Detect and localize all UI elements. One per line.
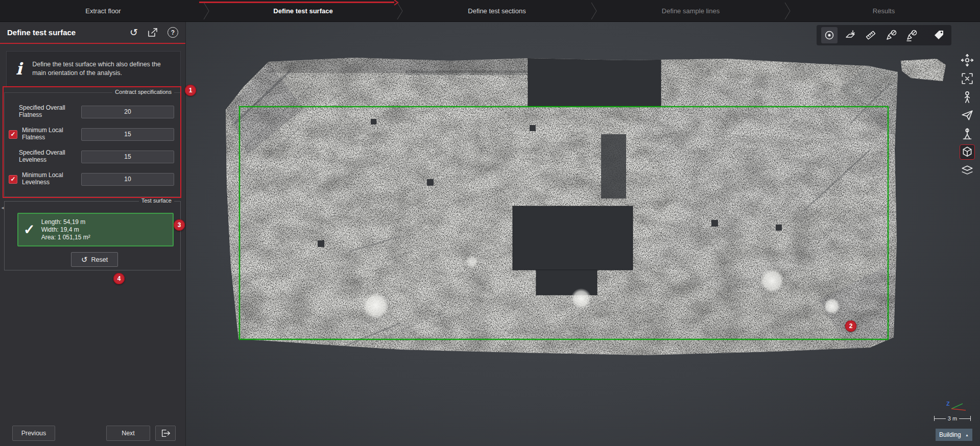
minimum-local-levelness-checkbox[interactable]: ✓ <box>9 175 17 184</box>
move-view-button[interactable] <box>960 53 975 68</box>
measure-ruler-button[interactable] <box>863 28 878 43</box>
specified-overall-levelness-input[interactable] <box>81 151 174 163</box>
tab-separator-chevron-icon <box>783 0 792 22</box>
levelness-annotate-button[interactable] <box>904 28 919 43</box>
tab-separator-chevron-icon <box>396 0 404 22</box>
annotation-badge-2: 2 <box>845 320 856 332</box>
spec-row-local-levelness: ✓ Minimum Local Levelness <box>5 171 180 187</box>
plumb-icon <box>961 127 974 140</box>
history-icon[interactable]: ↺ <box>130 28 138 37</box>
spec-row-local-flatness: ✓ Minimum Local Flatness <box>5 127 180 142</box>
tab-separator-chevron-icon <box>590 0 598 22</box>
cube-view-icon <box>961 145 974 159</box>
test-surface-group: Test surface ✓ Length: 54,19 m Width: 19… <box>4 201 181 270</box>
field-label: Minimum Local Levelness <box>22 172 68 186</box>
minimum-local-flatness-input[interactable] <box>81 128 174 141</box>
scale-bar: 3 m <box>934 415 971 422</box>
field-label: Specified Overall Levelness <box>19 150 75 164</box>
scale-line <box>959 418 970 419</box>
walkthrough-view-button[interactable] <box>960 89 975 105</box>
tab-extract-floor[interactable]: Extract floor <box>0 0 206 22</box>
reset-label: Reset <box>91 256 108 263</box>
center-view-icon <box>823 29 835 41</box>
story-section-icon <box>961 164 974 177</box>
levelness-pen-icon <box>905 29 918 41</box>
checkbox-check-icon: ✓ <box>10 131 15 137</box>
pick-surface-icon <box>844 29 856 41</box>
minimum-local-levelness-input[interactable] <box>81 173 174 186</box>
previous-button[interactable]: Previous <box>12 426 55 441</box>
group-legend: Test surface <box>139 197 174 204</box>
define-test-surface-panel: Define test surface ↺ ? i Define the tes… <box>0 22 186 446</box>
scale-line <box>935 418 946 419</box>
reset-icon: ↺ <box>81 256 88 263</box>
flatness-pen-icon <box>885 29 897 41</box>
orbit-move-icon <box>961 54 974 67</box>
help-icon[interactable]: ? <box>168 27 178 38</box>
tab-label: Results <box>873 7 895 15</box>
minimum-local-flatness-checkbox[interactable]: ✓ <box>9 130 17 139</box>
fit-view-button[interactable] <box>960 71 975 86</box>
walkthrough-person-icon <box>961 90 974 104</box>
workflow-steps-bar: Extract floor Define test surface Define… <box>0 0 980 22</box>
panel-collapse-icon[interactable]: ◄ <box>1 204 6 212</box>
pick-surface-button[interactable] <box>843 28 858 43</box>
contract-specifications-group: Contract specifications Specified Overal… <box>4 92 181 197</box>
flatness-annotate-button[interactable] <box>883 28 899 43</box>
tab-define-test-sections[interactable]: Define test sections <box>400 0 594 22</box>
building-selector[interactable]: Building ▲ <box>936 429 972 441</box>
annotation-badge-1: 1 <box>185 85 196 96</box>
open-external-icon[interactable] <box>147 28 158 38</box>
scale-tick <box>970 416 971 421</box>
test-surface-area: Area: 1 051,15 m² <box>41 234 90 241</box>
scale-label: 3 m <box>946 415 959 422</box>
annotation-badge-4: 4 <box>113 273 125 284</box>
tag-button[interactable] <box>931 28 947 43</box>
test-surface-width: Width: 19,4 m <box>41 226 90 234</box>
annotation-badge-3: 3 <box>174 219 185 231</box>
center-view-button[interactable] <box>821 27 838 43</box>
plumb-view-button[interactable] <box>960 126 975 141</box>
fly-view-button[interactable] <box>960 108 975 123</box>
spec-row-overall-flatness: Specified Overall Flatness <box>5 104 180 119</box>
info-text: Define the test surface which also defin… <box>32 60 170 78</box>
tab-results[interactable]: Results <box>787 0 980 22</box>
fly-plane-icon <box>961 109 974 122</box>
next-button[interactable]: Next <box>106 426 150 441</box>
active-step-progress-line <box>199 2 394 3</box>
field-label: Specified Overall Flatness <box>19 105 75 119</box>
field-label: Minimum Local Flatness <box>22 127 68 141</box>
exit-icon <box>160 428 171 438</box>
story-section-button[interactable] <box>960 163 975 178</box>
viewport: Z 3 m Building ▲ <box>186 22 980 446</box>
tag-icon <box>933 29 945 41</box>
export-exit-button[interactable] <box>155 426 176 441</box>
tab-define-test-surface[interactable]: Define test surface <box>206 0 400 22</box>
axis-indicator: Z <box>945 399 968 414</box>
panel-title: Define test surface <box>7 28 76 37</box>
caret-up-icon: ▲ <box>965 433 969 437</box>
reset-button[interactable]: ↺ Reset <box>71 252 118 267</box>
building-label: Building <box>939 431 961 438</box>
cube-view-button[interactable] <box>960 144 975 160</box>
spec-row-overall-levelness: Specified Overall Levelness <box>5 149 180 164</box>
tab-label: Extract floor <box>85 7 121 15</box>
tab-define-sample-lines[interactable]: Define sample lines <box>594 0 787 22</box>
point-cloud-floor <box>206 50 952 361</box>
specified-overall-flatness-input[interactable] <box>81 106 174 118</box>
tab-separator-chevron-icon <box>202 0 210 22</box>
point-cloud-view[interactable] <box>186 22 980 446</box>
panel-footer: Previous Next <box>0 426 185 441</box>
fit-view-icon <box>961 72 974 85</box>
test-surface-length: Length: 54,19 m <box>41 218 90 226</box>
viewport-toolbar <box>817 25 951 45</box>
panel-header: Define test surface ↺ ? <box>0 22 185 44</box>
test-surface-result-box: ✓ Length: 54,19 m Width: 19,4 m Area: 1 … <box>17 213 174 246</box>
navigation-toolbar <box>959 53 975 178</box>
tab-label: Define test sections <box>468 7 525 15</box>
app-window: Extract floor Define test surface Define… <box>0 0 980 446</box>
ruler-icon <box>865 29 877 41</box>
info-icon: i <box>16 59 22 79</box>
tab-label: Define sample lines <box>662 7 720 15</box>
tab-label: Define test surface <box>273 7 332 15</box>
